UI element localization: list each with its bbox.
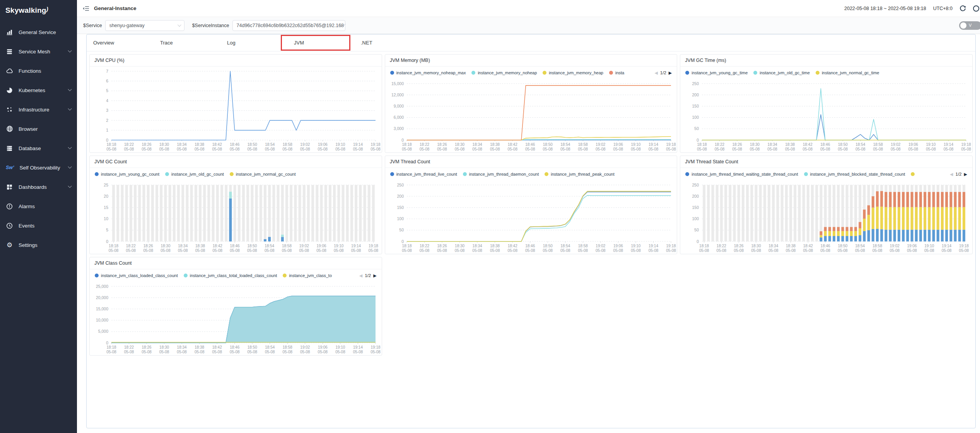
legend-item-insta[interactable]: insta	[609, 70, 624, 75]
sidebar-item-label: Infrastructure	[19, 107, 50, 113]
svg-text:18:58: 18:58	[873, 142, 883, 147]
svg-text:18:54: 18:54	[265, 345, 275, 349]
tab-log[interactable]: Log	[220, 34, 287, 51]
legend-item-instance-jvm-class-to[interactable]: instance_jvm_class_to	[283, 273, 332, 278]
legend-item-instance-jvm-memory-noheap[interactable]: instance_jvm_memory_noheap	[471, 70, 537, 75]
clipped-edge-icon[interactable]	[973, 5, 979, 12]
svg-text:05-08: 05-08	[715, 147, 725, 151]
tab-bar: OverviewTraceLogJVM.NET	[87, 34, 975, 51]
svg-text:18:34: 18:34	[768, 142, 777, 147]
pager-prev-icon[interactable]: ◀	[950, 172, 953, 177]
legend-item-instance-jvm-class-total-loaded-class-count[interactable]: instance_jvm_class_total_loaded_class_co…	[184, 273, 277, 278]
svg-text:05-08: 05-08	[351, 248, 361, 253]
svg-text:05-08: 05-08	[142, 350, 152, 354]
chart-card-jvm-gc-time-ms: JVM GC Time (ms)instance_jvm_young_gc_ti…	[680, 54, 973, 153]
sidebar-item-functions[interactable]: Functions	[0, 61, 77, 80]
sidebar-item-service-mesh[interactable]: Service Mesh	[0, 42, 77, 61]
edit-mode-toggle[interactable]: V	[959, 21, 980, 30]
svg-text:05-08: 05-08	[631, 248, 641, 253]
legend-item-instance-jvm-young-gc-time[interactable]: instance_jvm_young_gc_time	[685, 70, 748, 75]
legend-item-instance-jvm-thread-timed-waiting-state-thread-count[interactable]: instance_jvm_thread_timed_waiting_state_…	[685, 172, 798, 176]
tab-overview[interactable]: Overview	[87, 34, 154, 51]
legend-label: instance_jvm_thread_blocked_state_thread…	[810, 172, 905, 176]
svg-text:150: 150	[692, 104, 699, 108]
svg-text:05-08: 05-08	[596, 147, 606, 151]
legend-label: instance_jvm_old_gc_time	[760, 70, 810, 75]
legend-item-instance-jvm-thread-blocked-state-thread-count[interactable]: instance_jvm_thread_blocked_state_thread…	[804, 172, 905, 176]
pager-next-icon[interactable]: ▶	[964, 172, 967, 177]
svg-text:05-08: 05-08	[596, 248, 606, 253]
svg-text:05-08: 05-08	[247, 147, 257, 151]
time-range-picker[interactable]: 2022-05-08 18:18 ~ 2022-05-08 19:18	[844, 6, 926, 11]
pager-next-icon[interactable]: ▶	[669, 70, 672, 75]
legend-item-instance-jvm-thread-peak-count[interactable]: instance_jvm_thread_peak_count	[545, 172, 615, 176]
svg-text:18:50: 18:50	[247, 244, 257, 248]
legend-item-instance-jvm-thread-daemon-count[interactable]: instance_jvm_thread_daemon_count	[463, 172, 539, 176]
svg-text:19:06: 19:06	[908, 142, 918, 147]
legend-item-instance-jvm-young-gc-count[interactable]: instance_jvm_young_gc_count	[95, 172, 159, 176]
chevron-down-icon	[68, 106, 72, 110]
sidebar-item-self-observability[interactable]: SwʼSelf Observability	[0, 158, 77, 177]
mesh-stack-icon	[6, 48, 13, 55]
legend-item-instance-jvm-memory-noheap-max[interactable]: instance_jvm_memory_noheap_max	[390, 70, 466, 75]
svg-text:0: 0	[697, 239, 699, 244]
service-dropdown[interactable]: shenyu-gateway	[105, 20, 184, 31]
tab-net[interactable]: .NET	[354, 34, 421, 51]
sidebar-item-browser[interactable]: Browser	[0, 119, 77, 139]
svg-text:18:50: 18:50	[248, 142, 257, 147]
svg-text:05-08: 05-08	[838, 248, 848, 253]
chart-title: JVM Memory (MB)	[385, 55, 677, 67]
svg-text:18:46: 18:46	[230, 244, 240, 248]
legend-item-instance-jvm-normal-gc-count[interactable]: instance_jvm_normal_gc_count	[230, 172, 296, 176]
svg-text:18:42: 18:42	[212, 345, 222, 349]
svg-text:05-08: 05-08	[230, 248, 240, 253]
collapse-sidebar-icon[interactable]	[82, 6, 89, 11]
svg-text:19:06: 19:06	[613, 244, 623, 248]
pager-prev-icon[interactable]: ◀	[654, 70, 657, 75]
sidebar-item-infrastructure[interactable]: Infrastructure	[0, 100, 77, 119]
svg-text:18:42: 18:42	[507, 142, 517, 147]
pager-next-icon[interactable]: ▶	[373, 273, 376, 278]
svg-text:19:18: 19:18	[370, 345, 380, 349]
svg-text:18:26: 18:26	[734, 244, 744, 248]
svg-text:19:02: 19:02	[596, 244, 605, 248]
legend-item-series[interactable]	[911, 172, 917, 176]
svg-text:05-08: 05-08	[490, 147, 500, 151]
svg-text:18:38: 18:38	[785, 142, 795, 147]
sidebar-item-kubernetes[interactable]: Kubernetes	[0, 80, 77, 100]
legend-item-instance-jvm-thread-live-count[interactable]: instance_jvm_thread_live_count	[390, 172, 457, 176]
sidebar-item-events[interactable]: Events	[0, 216, 77, 235]
sidebar-item-dashboards[interactable]: Dashboards	[0, 177, 77, 197]
tab-jvm[interactable]: JVM	[287, 34, 354, 51]
svg-text:18:30: 18:30	[455, 244, 464, 248]
sidebar-item-general-service[interactable]: General Service	[0, 22, 77, 42]
svg-text:18:42: 18:42	[212, 142, 222, 147]
svg-text:05-08: 05-08	[732, 147, 743, 151]
svg-text:05-08: 05-08	[697, 147, 707, 151]
refresh-icon[interactable]	[960, 5, 966, 12]
instance-dropdown[interactable]: 74d96c778c694c6b9b6322c62d55b765@192.168	[232, 20, 345, 31]
sidebar-item-settings[interactable]: ⚙Settings	[0, 235, 77, 255]
pager-prev-icon[interactable]: ◀	[359, 273, 362, 278]
tab-trace[interactable]: Trace	[154, 34, 220, 51]
legend-item-instance-jvm-class-loaded-class-count[interactable]: instance_jvm_class_loaded_class_count	[95, 273, 178, 278]
svg-text:19:18: 19:18	[959, 244, 969, 248]
chart-title: JVM GC Time (ms)	[680, 55, 972, 67]
svg-text:05-08: 05-08	[247, 248, 257, 253]
svg-text:18:34: 18:34	[178, 244, 188, 248]
legend-dot-icon	[184, 274, 188, 277]
svg-text:05-08: 05-08	[490, 248, 500, 253]
sidebar-item-alarms[interactable]: Alarms	[0, 197, 77, 216]
sidebar-item-database[interactable]: Database	[0, 139, 77, 158]
sidebar-item-label: Alarms	[19, 204, 35, 209]
svg-text:05-08: 05-08	[143, 248, 153, 253]
legend-item-instance-jvm-memory-heap[interactable]: instance_jvm_memory_heap	[543, 70, 603, 75]
legend-dot-icon	[816, 71, 820, 75]
svg-text:6: 6	[106, 79, 108, 83]
svg-text:05-08: 05-08	[717, 248, 727, 253]
chart-legend: instance_jvm_memory_noheap_maxinstance_j…	[385, 67, 677, 79]
legend-item-instance-jvm-normal-gc-time[interactable]: instance_jvm_normal_gc_time	[816, 70, 879, 75]
legend-item-instance-jvm-old-gc-count[interactable]: instance_jvm_old_gc_count	[165, 172, 224, 176]
legend-item-instance-jvm-old-gc-time[interactable]: instance_jvm_old_gc_time	[753, 70, 810, 75]
svg-text:19:10: 19:10	[631, 244, 640, 248]
